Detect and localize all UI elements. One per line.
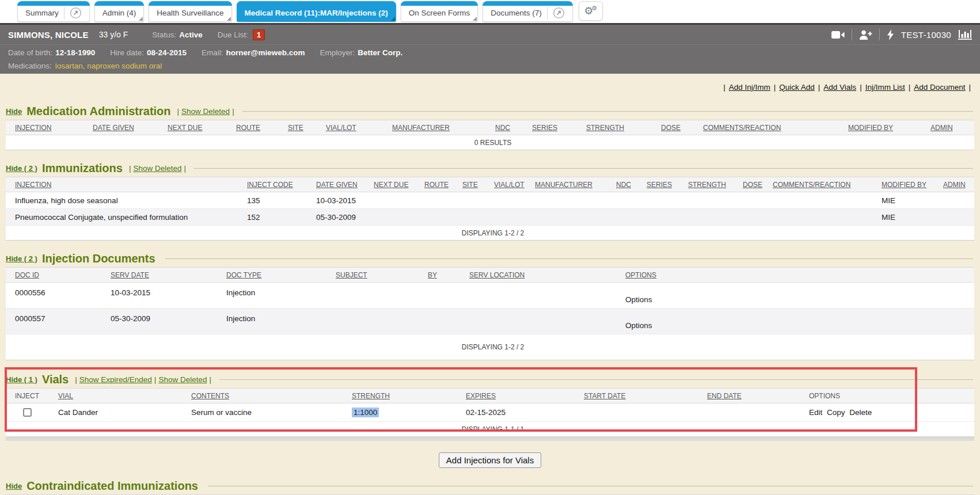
col-admin[interactable]: ADMIN xyxy=(927,120,974,135)
vial-checkbox[interactable] xyxy=(23,408,32,417)
col-modified-by[interactable]: MODIFIED BY xyxy=(845,120,927,135)
col-serv-location[interactable]: SERV LOCATION xyxy=(466,268,622,283)
col-start-date[interactable]: START DATE xyxy=(580,389,704,403)
status-value: Active xyxy=(179,31,203,39)
medications-label: Medications: xyxy=(8,62,52,70)
inj-imm-list-link[interactable]: Inj/Imm List xyxy=(865,83,905,92)
col-route[interactable]: ROUTE xyxy=(233,120,284,135)
col-dose[interactable]: DOSE xyxy=(658,120,700,135)
popout-icon[interactable] xyxy=(553,7,565,19)
employer-value: Better Corp. xyxy=(358,48,402,57)
hire-date-value: 08-24-2015 xyxy=(147,48,187,57)
col-series[interactable]: SERIES xyxy=(529,120,583,135)
vials-section: Hide ( 1 ) Vials | Show Expired/Ended | … xyxy=(6,371,974,441)
col-series[interactable]: SERIES xyxy=(643,177,685,192)
delete-link[interactable]: Delete xyxy=(849,408,872,417)
col-vial[interactable]: VIAL xyxy=(55,389,188,403)
col-site[interactable]: SITE xyxy=(284,120,322,135)
col-strength[interactable]: STRENGTH xyxy=(583,120,658,135)
hide-link[interactable]: Hide xyxy=(6,482,22,490)
col-subject[interactable]: SUBJECT xyxy=(332,268,424,283)
lightning-icon[interactable] xyxy=(887,29,894,40)
options-link[interactable]: Options xyxy=(625,321,652,330)
empty-results: 0 RESULTS xyxy=(6,135,974,150)
add-person-icon[interactable] xyxy=(859,30,872,40)
add-vials-link[interactable]: Add Vials xyxy=(823,83,856,92)
cell xyxy=(685,192,739,209)
show-deleted-link[interactable]: Show Deleted xyxy=(181,107,230,116)
action-links: | Add Inj/Imm | Quick Add | Add Vials | … xyxy=(6,81,974,93)
cell xyxy=(685,209,739,226)
popout-icon[interactable] xyxy=(70,7,82,19)
tab-admin[interactable]: Admin (4) xyxy=(94,1,145,22)
col-next-due[interactable]: NEXT DUE xyxy=(370,177,421,192)
cell-doc-type: Injection xyxy=(223,309,332,334)
hide-link[interactable]: Hide ( 2 ) xyxy=(6,254,37,263)
col-serv-date[interactable]: SERV DATE xyxy=(107,268,223,283)
hide-link[interactable]: Hide xyxy=(6,107,22,116)
add-injections-for-vials-button[interactable]: Add Injections for Vials xyxy=(439,452,541,468)
divider xyxy=(64,7,64,20)
col-manufacturer[interactable]: MANUFACTURER xyxy=(531,177,613,192)
col-doc-type[interactable]: DOC TYPE xyxy=(223,268,332,283)
col-comments[interactable]: COMMENTS/REACTION xyxy=(769,177,878,192)
col-vial-lot[interactable]: VIAL/LOT xyxy=(322,120,389,135)
cell-vial: Cat Dander xyxy=(55,403,188,422)
paging-status: DISPLAYING 1-2 / 2 xyxy=(6,226,974,241)
tab-medical-record[interactable]: Medical Record (11):MAR/Injections (2) xyxy=(237,1,396,22)
hide-link[interactable]: Hide ( 1 ) xyxy=(6,375,37,384)
gear-icon: ⚙ xyxy=(591,5,597,12)
col-injection[interactable]: INJECTION xyxy=(6,177,244,192)
separator: | xyxy=(184,164,187,173)
medication-administration-heading: Hide Medication Administration | Show De… xyxy=(6,102,974,120)
col-options: OPTIONS xyxy=(806,389,974,403)
email-value: horner@mieweb.com xyxy=(226,48,305,57)
col-expires[interactable]: EXPIRES xyxy=(462,389,580,403)
hide-link[interactable]: Hide ( 2 ) xyxy=(6,164,37,173)
edit-link[interactable]: Edit xyxy=(809,408,822,417)
col-strength[interactable]: STRENGTH xyxy=(685,177,739,192)
col-next-due[interactable]: NEXT DUE xyxy=(164,120,233,135)
add-document-link[interactable]: Add Document xyxy=(914,83,965,92)
col-injection[interactable]: INJECTION xyxy=(6,120,89,135)
col-route[interactable]: ROUTE xyxy=(421,177,459,192)
show-deleted-link[interactable]: Show Deleted xyxy=(158,375,207,384)
col-doc-id[interactable]: DOC ID xyxy=(6,268,107,283)
bar-chart-icon[interactable] xyxy=(958,30,972,40)
col-admin[interactable]: ADMIN xyxy=(940,177,974,192)
add-inj-imm-link[interactable]: Add Inj/Imm xyxy=(729,83,770,92)
quick-add-link[interactable]: Quick Add xyxy=(779,83,815,92)
col-vial-lot[interactable]: VIAL/LOT xyxy=(491,177,531,192)
col-modified-by[interactable]: MODIFIED BY xyxy=(878,177,940,192)
show-deleted-link[interactable]: Show Deleted xyxy=(133,164,181,173)
show-expired-link[interactable]: Show Expired/Ended xyxy=(79,375,152,384)
settings-gear-button[interactable]: ⚙ ⚙ xyxy=(579,1,603,21)
col-end-date[interactable]: END DATE xyxy=(704,389,806,403)
video-camera-icon[interactable] xyxy=(831,31,845,39)
options-link[interactable]: Options xyxy=(625,295,652,304)
patient-age-sex: 33 y/o F xyxy=(99,30,128,39)
tab-health-surveillance[interactable]: Health Surveillance xyxy=(149,1,231,22)
col-ndc[interactable]: NDC xyxy=(492,120,529,135)
col-ndc[interactable]: NDC xyxy=(613,177,643,192)
tab-on-screen-forms[interactable]: On Screen Forms xyxy=(401,1,478,22)
due-list-badge[interactable]: 1 xyxy=(253,29,265,40)
col-date-given[interactable]: DATE GIVEN xyxy=(313,177,370,192)
email-label: Email: xyxy=(202,48,223,57)
col-date-given[interactable]: DATE GIVEN xyxy=(89,120,164,135)
col-contents[interactable]: CONTENTS xyxy=(188,389,348,403)
col-strength[interactable]: STRENGTH xyxy=(348,389,462,403)
tab-documents[interactable]: Documents (7) xyxy=(483,1,573,22)
col-site[interactable]: SITE xyxy=(459,177,491,192)
col-dose[interactable]: DOSE xyxy=(739,177,769,192)
copy-link[interactable]: Copy xyxy=(827,408,845,417)
due-list-label: Due List: xyxy=(218,31,248,39)
col-options[interactable]: OPTIONS xyxy=(622,268,974,283)
medications-value[interactable]: losartan, naproxen sodium oral xyxy=(55,62,162,70)
col-inject-code[interactable]: INJECT CODE xyxy=(244,177,313,192)
main-content: | Add Inj/Imm | Quick Add | Add Vials | … xyxy=(0,74,980,495)
tab-summary[interactable]: Summary xyxy=(17,1,90,22)
col-manufacturer[interactable]: MANUFACTURER xyxy=(389,120,492,135)
col-by[interactable]: BY xyxy=(424,268,466,283)
col-comments[interactable]: COMMENTS/REACTION xyxy=(700,120,845,135)
